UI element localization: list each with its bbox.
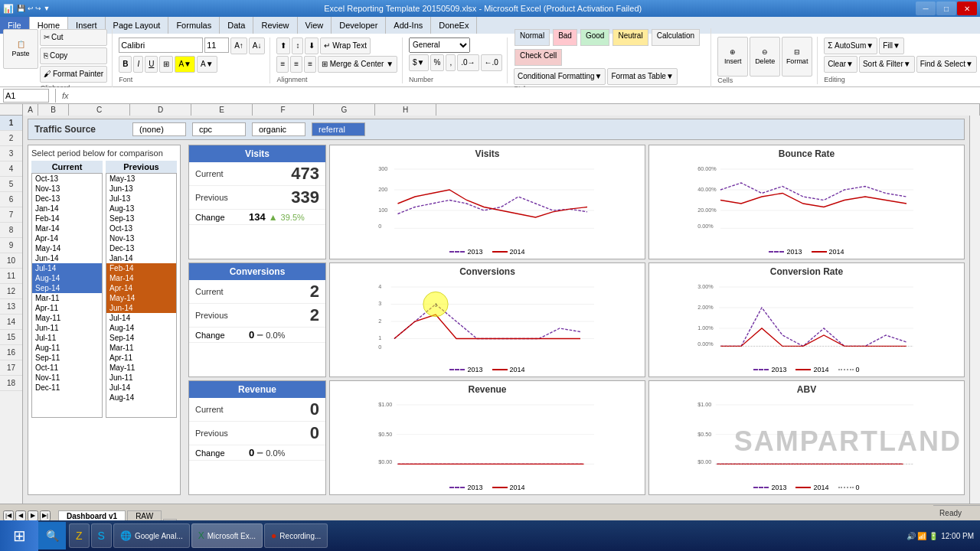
align-middle-button[interactable]: ↕ xyxy=(292,37,303,54)
style-bad[interactable]: Bad xyxy=(553,29,577,46)
period-item[interactable]: Oct-13 xyxy=(32,174,102,184)
clear-button[interactable]: Clear▼ xyxy=(824,56,858,73)
period-item-may14-prev[interactable]: May-14 xyxy=(106,293,176,303)
period-item[interactable]: Sep-14 xyxy=(106,333,176,343)
currency-button[interactable]: $▼ xyxy=(409,54,428,71)
maximize-button[interactable]: □ xyxy=(936,2,956,15)
traffic-option-none[interactable]: (none) xyxy=(132,122,186,136)
period-item[interactable]: Dec-11 xyxy=(32,383,102,393)
period-item[interactable]: Jun-11 xyxy=(106,373,176,383)
period-item-apr14-prev[interactable]: Apr-14 xyxy=(106,283,176,293)
taskbar-item-chrome[interactable]: 🌐 Google Anal... xyxy=(113,523,190,548)
period-item-jul14-current[interactable]: Jul-14 xyxy=(32,263,102,273)
period-item[interactable]: May-11 xyxy=(106,363,176,373)
period-item[interactable]: Sep-11 xyxy=(32,353,102,363)
period-item[interactable]: Apr-14 xyxy=(32,233,102,243)
insert-cells-button[interactable]: ⊕Insert xyxy=(717,37,748,77)
period-item[interactable]: Jun-13 xyxy=(106,184,176,194)
period-item-mar14-prev[interactable]: Mar-14 xyxy=(106,273,176,283)
font-size-input[interactable] xyxy=(204,37,229,53)
period-item[interactable]: Jul-14 xyxy=(106,383,176,393)
period-item-feb14-prev[interactable]: Feb-14 xyxy=(106,263,176,273)
period-item[interactable]: Dec-13 xyxy=(32,194,102,204)
number-format-select[interactable]: General xyxy=(409,37,470,53)
period-item[interactable]: Jan-14 xyxy=(106,253,176,263)
tab-data[interactable]: Data xyxy=(220,17,253,34)
tab-page-layout[interactable]: Page Layout xyxy=(106,17,169,34)
close-button[interactable]: ✕ xyxy=(957,2,977,15)
border-button[interactable]: ⊞ xyxy=(159,56,173,73)
period-item[interactable]: Mar-11 xyxy=(32,293,102,303)
sheet-prev-button[interactable]: ◀ xyxy=(15,510,26,521)
traffic-option-cpc[interactable]: cpc xyxy=(192,122,246,136)
paste-button[interactable]: 📋 Paste xyxy=(3,29,38,69)
period-item[interactable]: Aug-11 xyxy=(32,343,102,353)
sheet-first-button[interactable]: |◀ xyxy=(3,510,14,521)
style-neutral[interactable]: Neutral xyxy=(612,29,648,46)
sheet-tab-raw[interactable]: RAW xyxy=(127,510,162,521)
merge-center-button[interactable]: ⊞ Merge & Center ▼ xyxy=(318,56,397,73)
taskbar-item-skype[interactable]: S xyxy=(91,523,112,548)
decrease-decimal-button[interactable]: ←.0 xyxy=(481,54,502,71)
font-grow-button[interactable]: A↑ xyxy=(230,37,247,54)
tab-addins[interactable]: Add-Ins xyxy=(386,17,431,34)
font-color-button[interactable]: A▼ xyxy=(197,56,217,73)
period-item[interactable]: Oct-11 xyxy=(32,363,102,373)
period-item[interactable]: Aug-13 xyxy=(106,204,176,214)
fill-color-button[interactable]: A▼ xyxy=(175,56,195,73)
period-item[interactable]: May-13 xyxy=(106,174,176,184)
period-item[interactable]: Jun-14 xyxy=(32,253,102,263)
traffic-option-organic[interactable]: organic xyxy=(252,122,305,136)
cut-button[interactable]: ✂ Cut xyxy=(40,29,107,46)
format-cells-button[interactable]: ⊟Format xyxy=(782,37,812,77)
period-item[interactable]: Nov-11 xyxy=(32,373,102,383)
taskbar-item-excel[interactable]: X Microsoft Ex... xyxy=(191,523,263,548)
style-calculation[interactable]: Calculation xyxy=(652,29,700,46)
period-item[interactable]: Nov-13 xyxy=(32,184,102,194)
taskbar-item-fz[interactable]: Z xyxy=(69,523,90,548)
font-family-input[interactable] xyxy=(119,37,203,53)
find-select-button[interactable]: Find & Select▼ xyxy=(916,56,977,73)
underline-button[interactable]: U xyxy=(145,56,158,73)
format-painter-button[interactable]: 🖌 Format Painter xyxy=(40,66,107,83)
start-button[interactable]: ⊞ xyxy=(0,520,38,551)
tab-view[interactable]: View xyxy=(298,17,332,34)
copy-button[interactable]: ⎘ Copy xyxy=(40,47,107,64)
style-check-cell[interactable]: Check Cell xyxy=(514,49,562,66)
sheet-next-button[interactable]: ▶ xyxy=(28,510,38,521)
tab-doneex[interactable]: DoneEx xyxy=(431,17,477,34)
tab-formulas[interactable]: Formulas xyxy=(168,17,220,34)
sheet-tab-dashboard[interactable]: Dashboard v1 xyxy=(58,510,126,521)
period-item[interactable]: Jun-11 xyxy=(32,323,102,333)
cell-reference-box[interactable] xyxy=(3,89,49,103)
style-good[interactable]: Good xyxy=(580,29,609,46)
period-item[interactable]: May-14 xyxy=(32,243,102,253)
sheet-last-button[interactable]: ▶| xyxy=(40,510,51,521)
wrap-text-button[interactable]: ↵ Wrap Text xyxy=(320,37,370,54)
current-period-list[interactable]: Oct-13 Nov-13 Dec-13 Jan-14 Feb-14 Mar-1… xyxy=(31,173,103,418)
font-shrink-button[interactable]: A↓ xyxy=(249,37,266,54)
previous-period-list[interactable]: May-13 Jun-13 Jul-13 Aug-13 Sep-13 Oct-1… xyxy=(106,173,177,418)
traffic-option-referral[interactable]: referral xyxy=(312,122,365,136)
period-item[interactable]: Aug-14 xyxy=(106,323,176,333)
period-item[interactable]: Mar-14 xyxy=(32,223,102,233)
period-item[interactable]: Apr-11 xyxy=(106,353,176,363)
align-bottom-button[interactable]: ⬇ xyxy=(305,37,318,54)
minimize-button[interactable]: ─ xyxy=(916,2,936,15)
align-center-button[interactable]: ≡ xyxy=(290,56,302,73)
conditional-formatting-button[interactable]: Conditional Formatting▼ xyxy=(514,68,606,85)
period-item[interactable]: Dec-13 xyxy=(106,243,176,253)
period-item[interactable]: May-11 xyxy=(32,313,102,323)
period-item[interactable]: Apr-11 xyxy=(32,303,102,313)
delete-cells-button[interactable]: ⊖Delete xyxy=(750,37,780,77)
format-as-table-button[interactable]: Format as Table▼ xyxy=(607,68,677,85)
vertical-scrollbar[interactable] xyxy=(969,116,980,504)
period-item[interactable]: Nov-13 xyxy=(106,233,176,243)
formula-input[interactable] xyxy=(72,89,977,103)
taskbar-item-recording[interactable]: ● Recording... xyxy=(264,523,328,548)
style-normal[interactable]: Normal xyxy=(514,29,550,46)
period-item-sep14-current[interactable]: Sep-14 xyxy=(32,283,102,293)
period-item[interactable]: Jul-14 xyxy=(106,313,176,323)
align-top-button[interactable]: ⬆ xyxy=(276,37,290,54)
comma-button[interactable]: , xyxy=(446,54,456,71)
